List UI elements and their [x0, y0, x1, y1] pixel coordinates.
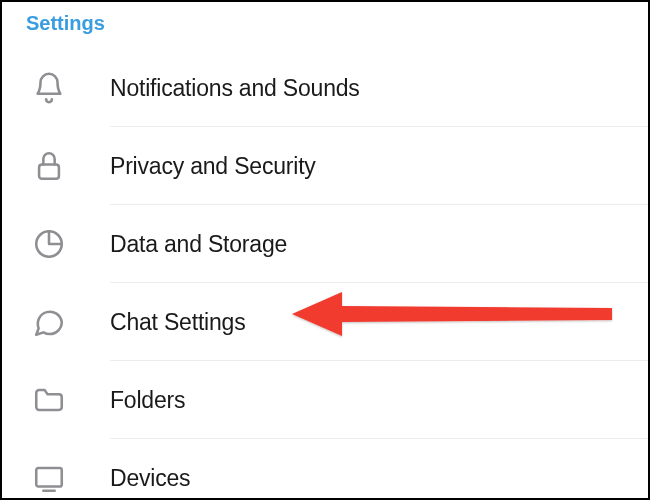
settings-item-label: Data and Storage — [110, 231, 287, 258]
section-header: Settings — [2, 2, 648, 49]
settings-item-label: Notifications and Sounds — [110, 75, 360, 102]
settings-item-data-storage[interactable]: Data and Storage — [2, 205, 648, 283]
svg-rect-2 — [36, 468, 62, 486]
lock-icon — [32, 149, 110, 183]
settings-item-label: Devices — [110, 465, 190, 492]
device-icon — [32, 461, 110, 495]
settings-item-label: Folders — [110, 387, 185, 414]
bell-icon — [32, 71, 110, 105]
chat-icon — [32, 305, 110, 339]
section-title: Settings — [26, 12, 105, 34]
settings-item-chat[interactable]: Chat Settings — [2, 283, 648, 361]
settings-item-privacy[interactable]: Privacy and Security — [2, 127, 648, 205]
settings-list: Notifications and Sounds Privacy and Sec… — [2, 49, 648, 500]
settings-item-devices[interactable]: Devices — [2, 439, 648, 500]
settings-item-folders[interactable]: Folders — [2, 361, 648, 439]
settings-item-label: Privacy and Security — [110, 153, 316, 180]
svg-rect-0 — [39, 165, 59, 179]
folder-icon — [32, 383, 110, 417]
pie-icon — [32, 227, 110, 261]
settings-item-notifications[interactable]: Notifications and Sounds — [2, 49, 648, 127]
settings-item-label: Chat Settings — [110, 309, 245, 336]
